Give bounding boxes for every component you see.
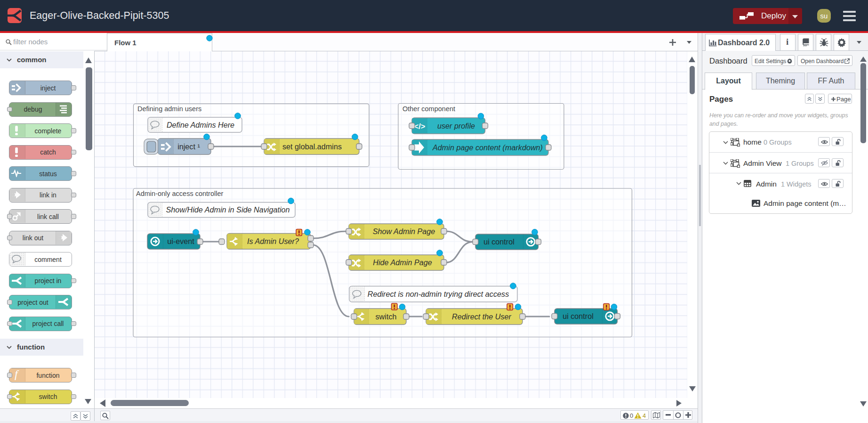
svg-text:ui control: ui control [483, 237, 514, 246]
svg-text:Admin page content (markdown): Admin page content (markdown) [432, 143, 543, 152]
svg-text:set global.admins: set global.admins [282, 142, 342, 151]
svg-text:switch: switch [376, 312, 397, 321]
svg-text:Defining admin users: Defining admin users [137, 105, 201, 113]
svg-text:ui-event: ui-event [167, 237, 194, 245]
svg-text:Is Admin User?: Is Admin User? [247, 237, 299, 245]
svg-text:Hide Admin Page: Hide Admin Page [373, 258, 432, 267]
svg-text:ui control: ui control [563, 312, 594, 320]
svg-text:Redirect is non-admin trying d: Redirect is non-admin trying direct acce… [368, 290, 509, 298]
svg-text:Show Admin Page: Show Admin Page [373, 227, 435, 236]
svg-text:</>: </> [414, 122, 426, 130]
svg-text:Other component: Other component [402, 105, 455, 113]
svg-text:user profile: user profile [437, 122, 475, 130]
svg-text:Admin-only access controller: Admin-only access controller [136, 190, 224, 197]
svg-text:Define Admins Here: Define Admins Here [167, 121, 234, 129]
svg-text:Redirect the User: Redirect the User [452, 312, 512, 321]
svg-text:Show/Hide Admin in Side Naviga: Show/Hide Admin in Side Navigation [166, 205, 289, 214]
svg-text:inject ¹: inject ¹ [177, 142, 200, 151]
